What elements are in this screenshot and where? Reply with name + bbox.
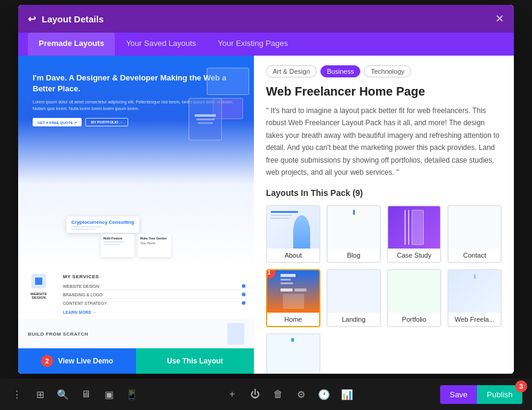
tab-saved-layouts[interactable]: Your Saved Layouts xyxy=(115,33,207,56)
preview-hero-section: I'm Dave. A Designer & Developer Making … xyxy=(18,56,254,269)
layout-thumb-portfolio[interactable]: Portfolio xyxy=(387,269,441,327)
thumb-landing-content xyxy=(349,270,358,313)
back-arrow-icon[interactable]: ↩ xyxy=(28,13,36,25)
layout-thumb-services[interactable]: Services xyxy=(266,333,320,374)
float-card: Cryptocurrency Consulting xyxy=(66,216,139,233)
scratch-icon xyxy=(227,323,244,345)
services-list: MY SERVICES WEBSITE DESIGN BRANDING & LO… xyxy=(63,274,245,314)
layout-thumb-case-study[interactable]: Case Study xyxy=(387,205,441,263)
toolbar-left: ⋮ ⊞ 🔍 🖥 ▣ 📱 xyxy=(10,389,139,400)
use-layout-button[interactable]: Use This Layout xyxy=(136,348,254,374)
history-icon[interactable]: 🕐 xyxy=(317,389,331,400)
layout-thumb-contact-label: Contact xyxy=(449,249,501,262)
service-label-3: CONTENT STRATEGY xyxy=(63,301,107,305)
service-label-2: BRANDING & LOGO xyxy=(63,293,103,297)
search-icon[interactable]: 🔍 xyxy=(56,389,70,400)
service-icon-col: WEBSITE DESIGN xyxy=(27,274,51,314)
thumb-blog-content xyxy=(349,206,358,249)
step2-badge: 2 xyxy=(41,355,53,367)
thumb-blog-image xyxy=(328,206,380,249)
thumb-case-content xyxy=(401,206,427,249)
layout-thumb-about-label: About xyxy=(267,249,319,262)
service-label-1: WEBSITE DESIGN xyxy=(63,284,99,288)
preview-build-scratch-bar: BUILD FROM SCRATCH xyxy=(18,319,254,348)
layout-thumb-case-label: Case Study xyxy=(388,249,440,262)
trash-icon[interactable]: 🗑 xyxy=(271,389,285,400)
layout-thumb-home-label: Home xyxy=(267,313,319,326)
power-icon[interactable]: ⏻ xyxy=(248,389,262,400)
modal-header: ↩ Layout Details ✕ xyxy=(18,5,514,33)
dots-icon[interactable]: ⋮ xyxy=(10,389,24,400)
settings-icon[interactable]: ⚙ xyxy=(294,389,308,400)
modal-body: I'm Dave. A Designer & Developer Making … xyxy=(18,56,514,374)
preview-action-buttons: 2 View Live Demo Use This Layout xyxy=(18,348,254,374)
info-panel: Art & Design Business Technology Web Fre… xyxy=(254,56,514,374)
floating-cards: Multi-Feature Make Your Garden Your Home xyxy=(101,234,171,257)
learn-more-link[interactable]: LEARN MORE → xyxy=(63,310,245,314)
layout-thumb-blog[interactable]: Blog xyxy=(326,205,381,263)
thumb-webfreelancer-content xyxy=(470,270,479,313)
thumb-about-image xyxy=(267,206,319,249)
grid-icon[interactable]: ⊞ xyxy=(33,389,47,400)
layout-details-modal: ↩ Layout Details ✕ Premade Layouts Your … xyxy=(18,5,514,374)
service-row-1: WEBSITE DESIGN xyxy=(63,283,245,290)
close-icon[interactable]: ✕ xyxy=(495,12,504,25)
layout-thumb-about[interactable]: About xyxy=(266,205,320,263)
thumb-landing-image xyxy=(328,270,380,313)
modal-overlay: ↩ Layout Details ✕ Premade Layouts Your … xyxy=(0,0,532,379)
layout-thumb-blog-label: Blog xyxy=(328,249,380,262)
service-icon-1 xyxy=(31,274,46,288)
stats-icon[interactable]: 📊 xyxy=(340,389,354,400)
preview-get-quote-btn[interactable]: GET A FREE QUOTE ↗ xyxy=(33,118,82,126)
publish-wrapper: Publish 3 xyxy=(477,385,522,404)
layout-thumb-contact[interactable]: Contact xyxy=(447,205,502,263)
layout-thumb-web-freelancer[interactable]: Web Freela... xyxy=(447,269,502,327)
thumb-portfolio-image xyxy=(388,270,440,313)
layout-thumb-home[interactable]: 1 xyxy=(266,269,320,327)
modal-header-title: ↩ Layout Details xyxy=(28,13,104,25)
thumb-contact-image xyxy=(449,206,501,249)
mini-card-2: Make Your Garden Your Home xyxy=(138,234,171,257)
service-row-3: CONTENT STRATEGY xyxy=(63,300,245,307)
laptop-mockup xyxy=(207,68,249,95)
layout-thumb-landing[interactable]: Landing xyxy=(326,269,381,327)
mobile-icon[interactable]: 📱 xyxy=(125,389,139,400)
build-scratch-label: BUILD FROM SCRATCH xyxy=(28,331,88,337)
modal-tabs: Premade Layouts Your Saved Layouts Your … xyxy=(18,33,514,56)
add-icon[interactable]: + xyxy=(225,389,239,400)
toolbar-right: Save Publish 3 xyxy=(440,385,522,404)
preview-panel: I'm Dave. A Designer & Developer Making … xyxy=(18,56,254,374)
view-demo-button[interactable]: 2 View Live Demo xyxy=(18,348,136,374)
thumb-case-image xyxy=(388,206,440,249)
thumb-home-image xyxy=(267,270,319,313)
toolbar-center: + ⏻ 🗑 ⚙ 🕐 📊 xyxy=(225,389,354,400)
thumb-home-content xyxy=(277,270,310,313)
layout-title: Web Freelancer Home Page xyxy=(266,85,502,99)
bottom-toolbar: ⋮ ⊞ 🔍 🖥 ▣ 📱 + ⏻ 🗑 ⚙ 🕐 📊 Save Publish 3 xyxy=(0,379,532,410)
mini-card-1: Multi-Feature xyxy=(101,234,134,257)
layout-description: " It's hard to imagine a layout pack bet… xyxy=(266,105,502,178)
desktop-icon[interactable]: 🖥 xyxy=(79,389,93,400)
tag-technology[interactable]: Technology xyxy=(364,65,411,77)
layouts-heading: Layouts In This Pack (9) xyxy=(266,188,502,198)
tag-list: Art & Design Business Technology xyxy=(266,65,502,77)
view-demo-label: View Live Demo xyxy=(58,357,113,365)
preview-portfolio-btn[interactable]: MY PORTFOLIO → xyxy=(85,118,128,126)
service-row-2: BRANDING & LOGO xyxy=(63,291,245,299)
save-button[interactable]: Save xyxy=(440,385,478,404)
thumb-portfolio-content xyxy=(411,270,418,313)
my-services-label: MY SERVICES xyxy=(63,274,245,279)
layout-thumb-portfolio-label: Portfolio xyxy=(388,313,440,326)
modal-title: Layout Details xyxy=(42,14,104,24)
about-lines xyxy=(271,211,298,219)
website-design-label: WEBSITE DESIGN xyxy=(27,292,51,299)
tag-business[interactable]: Business xyxy=(320,65,361,77)
tablet-icon[interactable]: ▣ xyxy=(102,389,116,400)
preview-services-section: WEBSITE DESIGN MY SERVICES WEBSITE DESIG… xyxy=(18,269,254,319)
layout-thumb-landing-label: Landing xyxy=(328,313,380,326)
tag-art-design[interactable]: Art & Design xyxy=(266,65,317,77)
thumb-services-image xyxy=(267,334,319,374)
thumb-webfreelancer-image xyxy=(449,270,501,313)
tab-existing-pages[interactable]: Your Existing Pages xyxy=(207,33,299,56)
tab-premade-layouts[interactable]: Premade Layouts xyxy=(28,33,115,56)
